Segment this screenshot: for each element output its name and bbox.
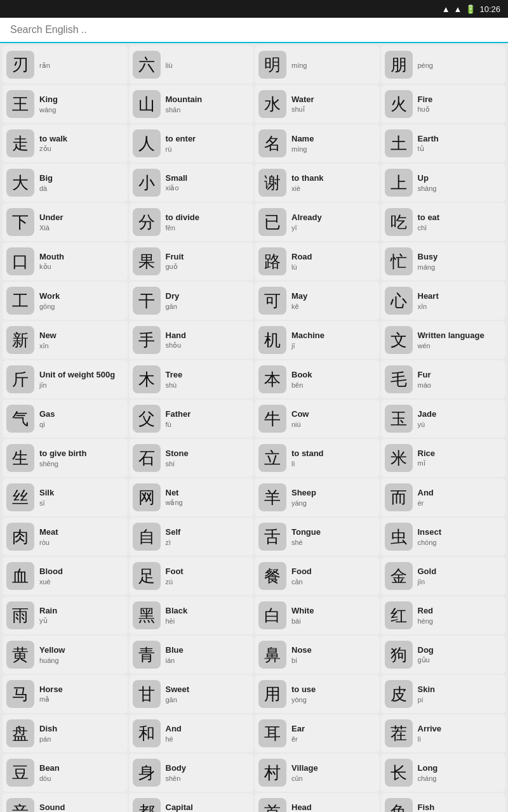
word-info: péng: [418, 60, 433, 69]
list-item[interactable]: 朋péng: [381, 46, 506, 84]
chinese-character: 音: [6, 798, 34, 812]
word-info: Namemíng: [291, 134, 314, 153]
list-item[interactable]: 首Headshǒu: [255, 793, 380, 812]
list-item[interactable]: 生to give birthshēng: [3, 439, 128, 477]
list-item[interactable]: 山Mountainshān: [129, 85, 254, 123]
word-pinyin: niú: [291, 421, 309, 428]
list-item[interactable]: 吃to eatchī: [381, 203, 506, 241]
word-pinyin: kě: [291, 303, 307, 310]
list-item[interactable]: 餐Foodcān: [255, 557, 380, 595]
list-item[interactable]: 狗Doggǔu: [381, 636, 506, 674]
list-item[interactable]: 豆Beandòu: [3, 754, 128, 792]
list-item[interactable]: 雨Rainyǔ: [3, 596, 128, 634]
list-item[interactable]: 自Selfzì: [129, 518, 254, 556]
list-item[interactable]: 都Capitaldū: [129, 793, 254, 812]
list-item[interactable]: 谢to thankxiè: [255, 164, 380, 202]
list-item[interactable]: 土Earthtǔ: [381, 124, 506, 162]
list-item[interactable]: 足Footzú: [129, 557, 254, 595]
chinese-character: 鱼: [385, 798, 413, 812]
word-pinyin: jī: [291, 342, 324, 350]
list-item[interactable]: 石Stoneshí: [129, 439, 254, 477]
list-item[interactable]: 走to walkzǒu: [3, 124, 128, 162]
list-item[interactable]: 用to useyòng: [255, 675, 380, 713]
list-item[interactable]: 白Whitebái: [255, 596, 380, 634]
list-item[interactable]: 心Heartxīn: [381, 282, 506, 320]
list-item[interactable]: 身Bodyshēn: [129, 754, 254, 792]
list-item[interactable]: 刃rǎn: [3, 46, 128, 84]
list-item[interactable]: 文Written languagewén: [381, 321, 506, 359]
list-item[interactable]: 血Bloodxuè: [3, 557, 128, 595]
list-item[interactable]: 王Kingwáng: [3, 85, 128, 123]
list-item[interactable]: 耳Earěr: [255, 714, 380, 752]
list-item[interactable]: 父Fatherfù: [129, 400, 254, 438]
list-item[interactable]: 新Newxīn: [3, 321, 128, 359]
list-item[interactable]: 工Workgōng: [3, 282, 128, 320]
list-item[interactable]: 牛Cowniú: [255, 400, 380, 438]
word-pinyin: dà: [39, 185, 53, 192]
list-item[interactable]: 机Machinejī: [255, 321, 380, 359]
list-item[interactable]: 丝Silksī: [3, 478, 128, 516]
list-item[interactable]: 手Handshǒu: [129, 321, 254, 359]
list-item[interactable]: 六liù: [129, 46, 254, 84]
list-item[interactable]: 气Gasqì: [3, 400, 128, 438]
list-item[interactable]: 鼻Nosebí: [255, 636, 380, 674]
word-english: Black: [166, 606, 188, 616]
list-item[interactable]: 皮Skinpí: [381, 675, 506, 713]
list-item[interactable]: 红Redhéng: [381, 596, 506, 634]
word-pinyin: ròu: [39, 539, 58, 546]
list-item[interactable]: 长Longcháng: [381, 754, 506, 792]
list-item[interactable]: 音Soundyīn: [3, 793, 128, 812]
list-item[interactable]: 毛Furmáo: [381, 360, 506, 398]
list-item[interactable]: 羊Sheepyáng: [255, 478, 380, 516]
word-pinyin: yī: [291, 224, 322, 232]
list-item[interactable]: 立to standlì: [255, 439, 380, 477]
list-item[interactable]: 马Horsemǎ: [3, 675, 128, 713]
list-item[interactable]: 大Bigdà: [3, 164, 128, 202]
list-item[interactable]: 盘Dishpán: [3, 714, 128, 752]
list-item[interactable]: 而Andér: [381, 478, 506, 516]
list-item[interactable]: 本Bookběn: [255, 360, 380, 398]
list-item[interactable]: 米Ricemǐ: [381, 439, 506, 477]
list-item[interactable]: 青Blueián: [129, 636, 254, 674]
list-item[interactable]: 村Villagecūn: [255, 754, 380, 792]
list-item[interactable]: 斤Unit of weight 500gjīn: [3, 360, 128, 398]
search-input[interactable]: [10, 24, 498, 36]
list-item[interactable]: 舌Tongueshé: [255, 518, 380, 556]
list-item[interactable]: 和Andhé: [129, 714, 254, 752]
list-item[interactable]: 甘Sweetgān: [129, 675, 254, 713]
list-item[interactable]: 小Smallxiǎo: [129, 164, 254, 202]
list-item[interactable]: 黑Blackhēi: [129, 596, 254, 634]
list-item[interactable]: 名Namemíng: [255, 124, 380, 162]
list-item[interactable]: 金Goldjīn: [381, 557, 506, 595]
list-item[interactable]: 火Firehuǒ: [381, 85, 506, 123]
list-item[interactable]: 下UnderXià: [3, 203, 128, 241]
list-item[interactable]: 分to dividefēn: [129, 203, 254, 241]
word-english: Book: [291, 370, 312, 380]
list-item[interactable]: 忙Busymáng: [381, 242, 506, 280]
word-pinyin: dòu: [39, 775, 60, 782]
list-item[interactable]: 茬Arrivelì: [381, 714, 506, 752]
list-item[interactable]: 虫Insectchóng: [381, 518, 506, 556]
list-item[interactable]: 干Drygān: [129, 282, 254, 320]
list-item[interactable]: 上Upshàng: [381, 164, 506, 202]
list-item[interactable]: 网Netwǎng: [129, 478, 254, 516]
list-item[interactable]: 木Treeshù: [129, 360, 254, 398]
list-item[interactable]: 果Fruitguǒ: [129, 242, 254, 280]
word-pinyin: xuè: [39, 578, 63, 586]
chinese-character: 足: [133, 562, 161, 590]
list-item[interactable]: 已Alreadyyī: [255, 203, 380, 241]
word-info: Smallxiǎo: [166, 173, 188, 193]
list-item[interactable]: 肉Meatròu: [3, 518, 128, 556]
list-item[interactable]: 可Maykě: [255, 282, 380, 320]
word-pinyin: hēi: [166, 617, 188, 625]
list-item[interactable]: 黄Yellowhuáng: [3, 636, 128, 674]
word-english: Gas: [39, 409, 55, 419]
list-item[interactable]: 鱼Fishyú: [381, 793, 506, 812]
list-item[interactable]: 人to enterrù: [129, 124, 254, 162]
list-item[interactable]: 明míng: [255, 46, 380, 84]
list-item[interactable]: 路Roadlù: [255, 242, 380, 280]
word-info: Bookběn: [291, 370, 312, 389]
list-item[interactable]: 玉Jadeyù: [381, 400, 506, 438]
list-item[interactable]: 口Mouthkǒu: [3, 242, 128, 280]
list-item[interactable]: 水Watershuǐ: [255, 85, 380, 123]
